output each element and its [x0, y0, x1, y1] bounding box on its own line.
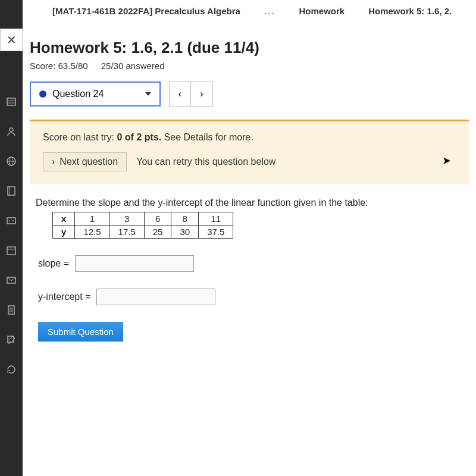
left-sidebar — [0, 0, 23, 476]
sidebar-edit-icon[interactable] — [5, 333, 18, 346]
sidebar-grades-icon[interactable] — [5, 214, 18, 227]
sidebar-mail-icon[interactable] — [5, 274, 18, 287]
chevron-right-icon: › — [200, 89, 203, 99]
breadcrumb-homework[interactable]: Homework — [299, 6, 345, 16]
breadcrumb-current[interactable]: Homework 5: 1.6, 2. — [368, 6, 452, 16]
table-cell: 1 — [75, 212, 109, 226]
svg-point-10 — [9, 220, 10, 221]
svg-point-3 — [10, 128, 13, 131]
question-selector-label: Question 24 — [52, 89, 104, 99]
slope-label: slope = — [38, 258, 69, 269]
sidebar-globe-icon[interactable] — [5, 155, 18, 168]
table-row: y 12.5 17.5 25 30 37.5 — [53, 226, 233, 239]
table-cell: 37.5 — [199, 226, 233, 239]
svg-rect-0 — [7, 98, 15, 105]
score-label: Score: — [30, 61, 55, 71]
sidebar-refresh-icon[interactable] — [5, 363, 18, 376]
svg-point-11 — [12, 220, 14, 221]
chevron-left-icon: ‹ — [178, 89, 181, 99]
prev-question-button[interactable]: ‹ — [170, 82, 191, 106]
close-button[interactable]: ✕ — [0, 29, 23, 51]
sidebar-book-icon[interactable] — [5, 184, 18, 198]
chevron-right-icon: › — [52, 156, 55, 167]
score-value: 63.5/80 — [58, 61, 88, 71]
svg-rect-19 — [8, 336, 14, 342]
table-cell: 11 — [199, 212, 233, 226]
table-row: x 1 3 6 8 11 — [53, 212, 233, 226]
next-question-label: Next question — [60, 156, 118, 167]
data-table: x 1 3 6 8 11 y 12.5 17.5 25 30 37.5 — [52, 212, 233, 239]
table-cell: 6 — [144, 212, 171, 226]
homework-title: Homework 5: 1.6, 2.1 (due 11/4) — [30, 39, 469, 57]
question-body: Determine the slope and the y-intercept … — [30, 198, 469, 342]
score-line: Score: 63.5/80 25/30 answered — [30, 61, 469, 71]
table-cell: 30 — [171, 226, 199, 239]
table-cell: 3 — [109, 212, 144, 226]
sidebar-calendar-icon[interactable] — [5, 244, 18, 257]
svg-rect-7 — [8, 187, 15, 195]
status-dot-icon — [39, 90, 46, 98]
breadcrumb-course[interactable]: [MAT-171-461B 2022FA] Precalculus Algebr… — [52, 6, 240, 16]
submit-question-button[interactable]: Submit Question — [38, 322, 123, 342]
chevron-down-icon — [145, 92, 151, 96]
answered-count: 25/30 answered — [101, 61, 165, 71]
question-text: Determine the slope and the y-intercept … — [36, 198, 463, 208]
slope-input[interactable] — [75, 255, 194, 272]
close-icon: ✕ — [7, 33, 17, 47]
sidebar-building-icon[interactable] — [5, 95, 18, 108]
table-header-x: x — [53, 212, 75, 226]
next-question-link[interactable]: › Next question — [43, 152, 127, 171]
last-try-score: Score on last try: 0 of 2 pts. See Detai… — [43, 132, 456, 143]
table-cell: 25 — [144, 226, 171, 239]
retry-text: You can retry this question below — [136, 156, 275, 167]
table-header-y: y — [53, 226, 75, 239]
breadcrumb: [MAT-171-461B 2022FA] Precalculus Algebr… — [23, 0, 476, 22]
question-nav: ‹ › — [169, 82, 213, 107]
yintercept-label: y-intercept = — [38, 292, 90, 302]
question-selector[interactable]: Question 24 — [30, 82, 161, 107]
yintercept-input[interactable] — [96, 289, 215, 305]
sidebar-doc-icon[interactable] — [5, 303, 18, 317]
breadcrumb-dots[interactable]: ... — [264, 6, 275, 16]
svg-rect-12 — [7, 247, 15, 255]
sidebar-person-icon[interactable] — [5, 125, 18, 138]
table-cell: 12.5 — [75, 226, 109, 239]
table-cell: 8 — [171, 212, 199, 226]
cursor-icon: ➤ — [442, 154, 451, 167]
table-cell: 17.5 — [109, 226, 144, 239]
next-question-button[interactable]: › — [191, 82, 212, 106]
feedback-panel: Score on last try: 0 of 2 pts. See Detai… — [30, 120, 469, 184]
svg-rect-9 — [7, 218, 15, 224]
